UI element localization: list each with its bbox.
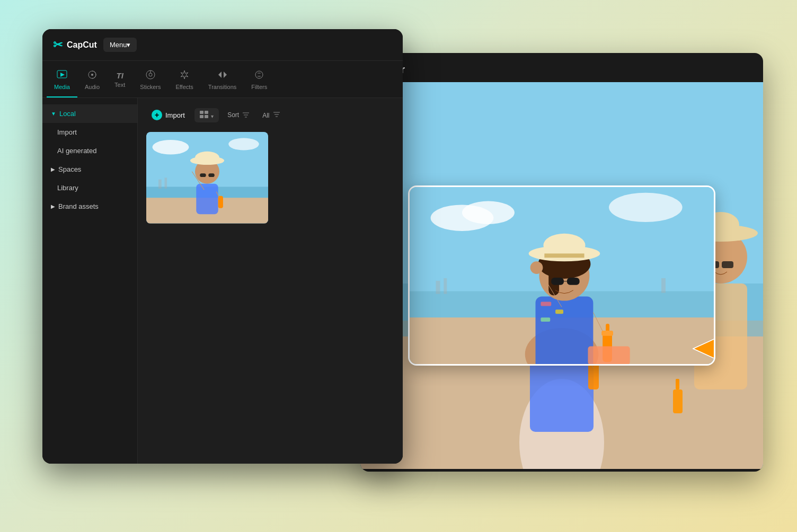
local-arrow-icon: ▼	[51, 111, 56, 117]
import-label: Import	[165, 111, 185, 119]
sidebar-local-label: Local	[59, 110, 76, 118]
svg-rect-85	[196, 184, 218, 215]
filter-label: All	[262, 112, 269, 119]
svg-rect-54	[588, 347, 630, 364]
sidebar-item-import[interactable]: Import	[42, 123, 137, 141]
menu-button[interactable]: Menu▾	[103, 38, 137, 52]
svg-rect-14	[588, 363, 599, 389]
svg-rect-80	[158, 180, 162, 189]
tab-stickers-label: Stickers	[140, 84, 161, 90]
spaces-arrow-icon: ▶	[51, 166, 55, 172]
media-icon	[57, 69, 67, 82]
sidebar-item-ai-generated[interactable]: AI generated	[42, 141, 137, 160]
svg-rect-86	[200, 173, 206, 177]
filter-button[interactable]: All	[258, 109, 285, 122]
tab-media-label: Media	[54, 84, 70, 90]
tab-text[interactable]: TI Text	[107, 67, 132, 95]
sidebar-item-library[interactable]: Library	[42, 179, 137, 197]
tab-filters[interactable]: Filters	[244, 65, 274, 97]
svg-rect-44	[544, 253, 584, 258]
sidebar-brand-label: Brand assets	[58, 202, 99, 210]
media-toolbar: + Import ▾ Sort	[146, 107, 394, 123]
svg-rect-53	[601, 331, 613, 336]
stickers-icon	[145, 69, 156, 82]
svg-point-27	[462, 201, 515, 224]
tab-audio-label: Audio	[85, 84, 100, 90]
logo-text: CapCut	[67, 40, 97, 50]
cursor-arrow	[690, 330, 715, 366]
tab-transitions-label: Transitions	[208, 84, 236, 90]
svg-rect-23	[673, 389, 683, 413]
svg-rect-84	[195, 152, 219, 164]
media-panel: + Import ▾ Sort	[138, 98, 403, 464]
svg-point-64	[255, 71, 263, 78]
svg-rect-33	[661, 278, 666, 293]
media-grid	[146, 132, 394, 224]
sort-button[interactable]: Sort	[223, 109, 254, 121]
svg-rect-65	[200, 111, 203, 114]
effects-icon	[179, 69, 190, 82]
player-content	[360, 82, 763, 469]
app-header: ✂ CapCut Menu▾	[42, 29, 403, 61]
svg-rect-67	[200, 115, 203, 118]
svg-point-77	[228, 138, 259, 150]
brand-assets-arrow-icon: ▶	[51, 203, 55, 209]
transitions-icon	[217, 69, 228, 82]
tab-media[interactable]: Media	[47, 65, 77, 97]
sidebar-item-brand-assets[interactable]: ▶ Brand assets	[42, 197, 137, 216]
sidebar: ▼ Local Import AI generated ▶ Spaces Lib…	[42, 98, 138, 464]
sidebar-spaces-label: Spaces	[58, 165, 81, 173]
svg-rect-81	[165, 178, 167, 189]
app-window: ✂ CapCut Menu▾ Media Au	[42, 29, 403, 464]
player-window: Player	[360, 53, 763, 472]
svg-rect-68	[205, 115, 208, 118]
view-chevron-icon: ▾	[211, 113, 214, 119]
sidebar-ai-label: AI generated	[57, 147, 96, 155]
svg-rect-37	[555, 309, 563, 314]
import-plus-icon: +	[152, 110, 162, 120]
tab-filters-label: Filters	[251, 84, 267, 90]
svg-rect-66	[205, 111, 208, 114]
text-icon: TI	[117, 72, 123, 79]
svg-point-28	[609, 193, 683, 222]
tab-effects[interactable]: Effects	[168, 65, 200, 97]
filters-icon	[254, 69, 264, 82]
tab-transitions[interactable]: Transitions	[201, 65, 244, 97]
svg-rect-87	[208, 173, 215, 177]
svg-rect-38	[541, 317, 550, 322]
sidebar-import-label: Import	[57, 128, 77, 136]
svg-point-62	[149, 73, 152, 76]
svg-rect-31	[436, 281, 440, 294]
svg-rect-36	[541, 302, 551, 306]
tab-text-label: Text	[114, 82, 125, 88]
svg-rect-24	[676, 379, 679, 389]
view-toggle-button[interactable]: ▾	[194, 108, 219, 122]
svg-rect-46	[567, 278, 580, 285]
media-thumbnail-1[interactable]	[146, 132, 268, 224]
tab-audio[interactable]: Audio	[77, 65, 107, 97]
svg-rect-32	[444, 278, 447, 294]
sidebar-item-local[interactable]: ▼ Local	[42, 104, 137, 123]
sort-label: Sort	[227, 111, 239, 119]
tab-stickers[interactable]: Stickers	[132, 65, 168, 97]
svg-point-60	[91, 74, 93, 76]
svg-marker-58	[60, 73, 65, 77]
svg-rect-35	[536, 297, 594, 364]
sidebar-item-spaces[interactable]: ▶ Spaces	[42, 160, 137, 179]
tab-effects-label: Effects	[175, 84, 193, 90]
svg-point-76	[153, 140, 189, 155]
import-button[interactable]: + Import	[146, 107, 190, 123]
sidebar-library-label: Library	[57, 184, 78, 192]
preview-card-inner	[410, 187, 714, 364]
toolbar-tabs: Media Audio TI Text	[42, 61, 403, 98]
svg-rect-89	[218, 196, 223, 208]
svg-rect-45	[551, 278, 564, 285]
main-content: ▼ Local Import AI generated ▶ Spaces Lib…	[42, 98, 403, 464]
logo-icon: ✂	[53, 38, 63, 52]
preview-card	[408, 185, 715, 366]
svg-point-49	[530, 261, 543, 274]
svg-rect-21	[722, 261, 733, 268]
audio-icon	[87, 69, 98, 82]
logo-area: ✂ CapCut	[53, 38, 97, 52]
